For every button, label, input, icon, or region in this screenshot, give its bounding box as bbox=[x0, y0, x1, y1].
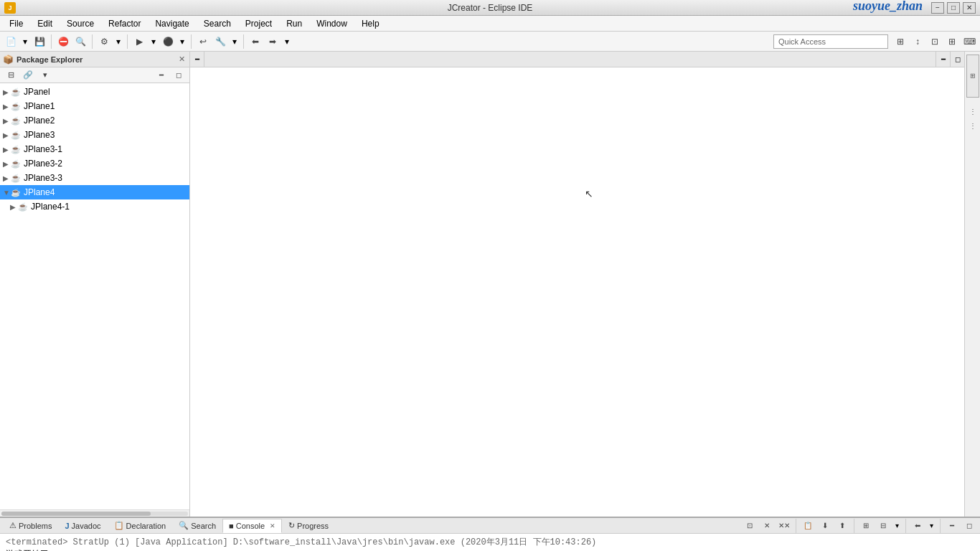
editor-tabs: ━ ━ ◻ bbox=[190, 52, 964, 67]
menu-help[interactable]: Help bbox=[355, 17, 386, 31]
toolbar-dropdown-1[interactable]: ▾ bbox=[113, 34, 123, 50]
toolbar-btn-3[interactable]: ⚙ bbox=[96, 34, 112, 50]
console-btn-1[interactable]: ⊡ bbox=[742, 518, 758, 534]
toolbar-btn-5[interactable]: ⚫ bbox=[160, 34, 176, 50]
menu-window[interactable]: Window bbox=[310, 17, 354, 31]
app-icon: J bbox=[4, 2, 16, 14]
console-dropdown-2[interactable]: ▾ bbox=[927, 518, 936, 534]
toolbar-btn-6[interactable]: ↩ bbox=[195, 34, 211, 50]
toolbar-dropdown-2[interactable]: ▾ bbox=[149, 34, 159, 50]
tree-item-jplane3-1[interactable]: ▶ ☕ JPlane3-1 bbox=[0, 142, 189, 156]
tree-item-jplane2[interactable]: ▶ ☕ JPlane2 bbox=[0, 113, 189, 128]
toolbar-btn-1[interactable]: ⛔ bbox=[55, 34, 71, 50]
tree-item-jplane4-1[interactable]: ▶ ☕ JPlane4-1 bbox=[0, 199, 189, 214]
toolbar-right-5[interactable]: ⌨ bbox=[961, 34, 977, 50]
tree-item-jplane3[interactable]: ▶ ☕ JPlane3 bbox=[0, 128, 189, 142]
arrow-jplane3-2: ▶ bbox=[3, 160, 10, 168]
console-btn-5[interactable]: ⬇ bbox=[817, 518, 833, 534]
toolbar-right-4[interactable]: ⊞ bbox=[944, 34, 960, 50]
left-panel-hscroll[interactable] bbox=[0, 509, 189, 517]
search-icon: 🔍 bbox=[179, 521, 189, 530]
panel-bottom-minimize[interactable]: ━ bbox=[944, 518, 960, 534]
label-jplane3-2: JPlane3-2 bbox=[24, 159, 62, 169]
menu-project[interactable]: Project bbox=[239, 17, 278, 31]
menu-search[interactable]: Search bbox=[197, 17, 237, 31]
new-button[interactable]: 📄 bbox=[3, 34, 19, 50]
console-btn-6[interactable]: ⬆ bbox=[834, 518, 850, 534]
tab-problems[interactable]: ⚠ Problems bbox=[3, 519, 58, 533]
console-sep-1 bbox=[796, 519, 796, 533]
window-title: JCreator - Eclipse IDE bbox=[448, 3, 533, 13]
package-explorer-header: 📦 Package Explorer ✕ bbox=[0, 52, 189, 67]
editor-area: ━ ━ ◻ ↖ bbox=[190, 52, 964, 517]
console-btn-8[interactable]: ⊟ bbox=[875, 518, 891, 534]
quick-access-box: Quick Access bbox=[773, 34, 888, 49]
toolbar-dropdown-4[interactable]: ▾ bbox=[230, 34, 240, 50]
tree-item-jplane3-3[interactable]: ▶ ☕ JPlane3-3 bbox=[0, 171, 189, 185]
console-close-icon[interactable]: ✕ bbox=[270, 522, 275, 529]
tree-item-jplane4[interactable]: ▼ ☕ JPlane4 bbox=[0, 185, 189, 199]
javadoc-label: Javadoc bbox=[72, 522, 101, 530]
menu-edit[interactable]: Edit bbox=[31, 17, 59, 31]
toolbar-right-3[interactable]: ⊡ bbox=[927, 34, 943, 50]
tab-console[interactable]: ■ Console ✕ bbox=[222, 519, 282, 533]
panel-maximize[interactable]: ◻ bbox=[171, 67, 187, 83]
editor-tab-minimize[interactable]: ━ bbox=[190, 51, 204, 67]
toolbar-dropdown-5[interactable]: ▾ bbox=[282, 34, 292, 50]
console-dropdown[interactable]: ▾ bbox=[892, 518, 902, 534]
toolbar-dropdown-3[interactable]: ▾ bbox=[177, 34, 187, 50]
view-menu-button[interactable]: ▾ bbox=[37, 67, 53, 83]
menu-run[interactable]: Run bbox=[280, 17, 308, 31]
collapse-all-button[interactable]: ⊟ bbox=[3, 67, 19, 83]
editor-content[interactable]: ↖ bbox=[190, 67, 964, 517]
toolbar-btn-8[interactable]: ⬅ bbox=[248, 34, 263, 50]
panel-bottom-maximize[interactable]: ◻ bbox=[961, 518, 977, 534]
tab-search[interactable]: 🔍 Search bbox=[172, 519, 222, 533]
console-btn-3[interactable]: ✕✕ bbox=[776, 518, 792, 534]
tree-item-jplane3-2[interactable]: ▶ ☕ JPlane3-2 bbox=[0, 156, 189, 171]
panel-close-button[interactable]: ✕ bbox=[176, 55, 187, 65]
toolbar-btn-9[interactable]: ➡ bbox=[265, 34, 281, 50]
declaration-icon: 📋 bbox=[114, 521, 124, 530]
link-editor-button[interactable]: 🔗 bbox=[20, 67, 36, 83]
tab-progress[interactable]: ↻ Progress bbox=[282, 519, 335, 533]
new-dropdown[interactable]: ▾ bbox=[20, 34, 30, 50]
toolbar-right-1[interactable]: ⊞ bbox=[892, 34, 908, 50]
toolbar-separator-4 bbox=[191, 34, 192, 49]
editor-panel-maximize[interactable]: ◻ bbox=[950, 51, 964, 67]
sidebar-icon-2[interactable]: ⋮ bbox=[966, 105, 979, 118]
icon-jplane1: ☕ bbox=[10, 100, 22, 112]
editor-panel-minimize[interactable]: ━ bbox=[936, 51, 950, 67]
tree-item-jplane1[interactable]: ▶ ☕ JPlane1 bbox=[0, 99, 189, 113]
sidebar-icon-3[interactable]: ⋮ bbox=[966, 119, 979, 132]
console-btn-2[interactable]: ✕ bbox=[759, 518, 775, 534]
arrow-jplane4: ▼ bbox=[3, 189, 10, 197]
toolbar-separator-2 bbox=[92, 34, 93, 49]
watermark: suoyue_zhan bbox=[853, 0, 923, 14]
console-btn-7[interactable]: ⊞ bbox=[858, 518, 874, 534]
console-btn-4[interactable]: 📋 bbox=[800, 518, 816, 534]
minimize-button[interactable]: − bbox=[931, 2, 944, 14]
menu-source[interactable]: Source bbox=[60, 17, 100, 31]
toolbar-btn-7[interactable]: 🔧 bbox=[212, 34, 228, 50]
toolbar: 📄 ▾ 💾 ⛔ 🔍 ⚙ ▾ ▶ ▾ ⚫ ▾ ↩ 🔧 ▾ ⬅ ➡ ▾ Quick … bbox=[0, 32, 980, 52]
save-button[interactable]: 💾 bbox=[32, 34, 47, 50]
toolbar-separator-1 bbox=[51, 34, 52, 49]
sidebar-icon-1[interactable]: ⊞ bbox=[966, 55, 979, 98]
maximize-button[interactable]: □ bbox=[947, 2, 960, 14]
menu-refactor[interactable]: Refactor bbox=[102, 17, 147, 31]
close-button[interactable]: ✕ bbox=[963, 2, 976, 14]
toolbar-btn-2[interactable]: 🔍 bbox=[72, 34, 88, 50]
panel-minimize[interactable]: ━ bbox=[154, 67, 169, 83]
console-btn-9[interactable]: ⬅ bbox=[910, 518, 925, 534]
tab-declaration[interactable]: 📋 Declaration bbox=[108, 519, 173, 533]
menu-navigate[interactable]: Navigate bbox=[149, 17, 195, 31]
tree-item-jpanel[interactable]: ▶ ☕ JPanel bbox=[0, 85, 189, 99]
bottom-tabs: ⚠ Problems J Javadoc 📋 Declaration 🔍 Sea… bbox=[0, 518, 980, 534]
icon-jplane4: ☕ bbox=[10, 187, 22, 198]
toolbar-right-2[interactable]: ↕ bbox=[910, 34, 925, 50]
icon-jpanel: ☕ bbox=[10, 86, 22, 98]
tab-javadoc[interactable]: J Javadoc bbox=[58, 519, 107, 533]
menu-file[interactable]: File bbox=[3, 17, 29, 31]
toolbar-btn-4[interactable]: ▶ bbox=[131, 34, 147, 50]
